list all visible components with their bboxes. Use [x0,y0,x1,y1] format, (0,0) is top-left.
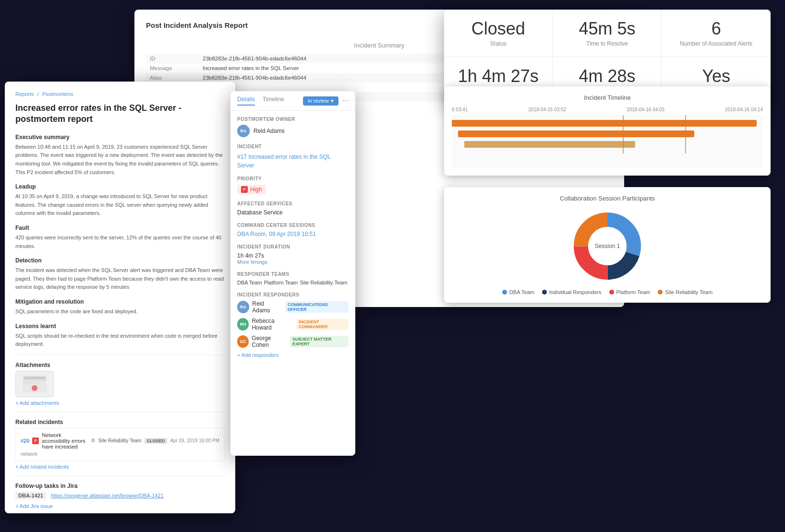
breadcrumb-reports[interactable]: Reports [15,91,34,97]
timeline-visualization [452,115,763,168]
stat-cell: 6Number of Associated Alerts [662,10,771,57]
donut-chart: Session 1 [569,208,646,284]
collab-title: Collaboration Session Participants [454,195,761,202]
incident-responders-section: INCIDENT RESPONDERS RA Reid Adams COMMUN… [237,292,349,358]
owner-label: POSTMORTEM OWNER [237,117,349,122]
more-options-button[interactable]: ··· [342,96,349,105]
panel-tabs: DetailsTimeline [237,96,284,106]
postmortem-sections: Executive summary Between 10:48 and 11:1… [15,134,225,349]
tab-timeline[interactable]: Timeline [263,96,284,106]
axis-label: 2018-04-16 04:14 [725,107,763,112]
more-timings-link[interactable]: More timings [237,259,349,265]
section-body: Between 10:48 and 11:15 on April 9, 2019… [15,143,225,177]
tab-details[interactable]: Details [237,96,255,106]
svg-rect-8 [24,380,46,381]
legend-item: Platform Team [609,289,651,295]
add-responders-button[interactable]: + Add responders [237,352,349,358]
stat-value: 4m 28s [565,67,650,86]
legend-item: Site Reliability Team [658,289,713,295]
svg-point-10 [32,385,37,391]
responder-name: George Cohen [252,335,287,348]
jira-section: Follow-up tasks in Jira DBA-1421 https:/… [15,483,225,509]
legend-label: Platform Team [616,289,651,295]
stat-label: Time to Resolve [565,40,650,47]
status-badge-review[interactable]: in review ▾ [303,96,338,106]
stat-value: 6 [673,19,759,38]
priority-label: PRIORITY [237,176,349,181]
priority-icon: P [241,186,248,193]
section-body: SQL parameters in the code are fixed and… [15,307,225,316]
jira-heading: Follow-up tasks in Jira [15,483,225,489]
legend-label: Site Reliability Team [665,289,713,295]
responder-badge: SUBJECT MATTER EXPERT [290,336,349,347]
postmortem-owner-section: POSTMORTEM OWNER RA Reid Adams [237,117,349,137]
responder-badge: COMMUNICATIONS OFFICER [285,301,349,313]
svg-rect-7 [24,377,46,379]
ri-number[interactable]: #20 [21,438,29,444]
responder-name: Rebecca Howard [252,318,293,331]
stat-value: 1h 4m 27s [456,67,541,86]
team-tag: Site Reliability Team [300,280,348,285]
priority-section: PRIORITY P High [237,176,349,194]
incident-ref[interactable]: #17 Increased error rates in the SQL Ser… [237,152,349,169]
add-jira-button[interactable]: + Add Jira issue [15,503,225,509]
breadcrumb-postmortems[interactable]: Postmortems [42,91,73,97]
section-heading: Fault [15,225,225,231]
legend-item: DBA Team [502,289,534,295]
jira-link[interactable]: https://opsgenie.atlassian.net/browse/DB… [51,493,164,498]
donut-label: Session 1 [595,243,620,249]
team-icon: ⚙ [91,437,96,444]
breadcrumb: Reports / Postmortems [15,91,225,97]
owner-name: Reid Adams [254,128,285,134]
legend-item: Individual Responders [542,289,602,295]
axis-label: 6 03:41 [452,107,468,112]
postmortem-card: Reports / Postmortems Increased error ra… [5,82,235,513]
postmortem-section: Mitigation and resolution SQL parameters… [15,298,225,316]
stat-cell: 45m 5sTime to Resolve [553,10,662,57]
row-label: Alias [146,73,199,83]
jira-id: DBA-1421 [15,492,46,499]
priority-badge: P High [237,185,266,194]
responder-avatar: RH [237,318,249,331]
incident-section: INCIDENT #17 Increased error rates in th… [237,144,349,169]
list-item: #20 P Network accessibility errors have … [15,428,225,461]
responder-teams-section: RESPONDER TEAMS DBA Team Platform Team S… [237,272,349,285]
stat-cell: ClosedStatus [444,10,553,57]
affected-service: Database Service [237,209,349,216]
responder-row: RA Reid Adams COMMUNICATIONS OFFICER [237,300,349,314]
stat-label: Number of Associated Alerts [673,40,759,47]
stat-value: 45m 5s [565,19,650,38]
duration-value: 1h 4m 27s [237,252,349,259]
add-related-button[interactable]: + Add related incidents [15,464,225,470]
team-tag: Platform Team [264,280,298,285]
axis-label: 2018-04-16 03:52 [528,107,566,112]
collab-legend: DBA TeamIndividual RespondersPlatform Te… [454,289,761,295]
postmortem-section: Executive summary Between 10:48 and 11:1… [15,134,225,177]
stat-value: Yes [673,67,759,86]
command-center-link[interactable]: DBA Room, 09 Apr 2019 10:51 [237,231,349,237]
section-heading: Leadup [15,183,225,190]
timeline-section: Incident Timeline 6 03:412018-04-16 03:5… [444,86,771,176]
add-attachments-button[interactable]: + Add attachments [15,400,225,406]
affected-services-section: AFFECTED SERVICES Database Service [237,201,349,216]
ri-name: Network accessibility errors have increa… [42,432,87,449]
responders-label: INCIDENT RESPONDERS [237,292,349,297]
related-heading: Related incidents [15,419,225,426]
duration-label: INCIDENT DURATION [237,244,349,249]
chevron-down-icon: ▾ [331,98,334,104]
report-title: Post Incident Analysis Report [146,21,248,29]
section-heading: Mitigation and resolution [15,298,225,305]
section-body: At 10:35 on April 9, 2019, a change was … [15,192,225,218]
responder-badge: INCIDENT COMMANDER [296,319,349,330]
postmortem-section: Fault 420 queries were incorrectly sent … [15,225,225,250]
command-center-label: COMMAND CENTER SESSIONS [237,223,349,228]
section-heading: Lessons learnt [15,323,225,330]
panel-header: DetailsTimeline in review ▾ ··· [230,91,355,111]
postmortem-section: Leadup At 10:35 on April 9, 2019, a chan… [15,183,225,218]
legend-label: Individual Responders [549,289,602,295]
legend-dot [609,290,614,295]
responders-list: RA Reid Adams COMMUNICATIONS OFFICER RH … [237,300,349,348]
responder-teams-list: DBA Team Platform Team Site Reliability … [237,280,349,285]
responder-row: RH Rebecca Howard INCIDENT COMMANDER [237,318,349,331]
collaboration-section: Collaboration Session Participants Sessi… [444,187,771,303]
